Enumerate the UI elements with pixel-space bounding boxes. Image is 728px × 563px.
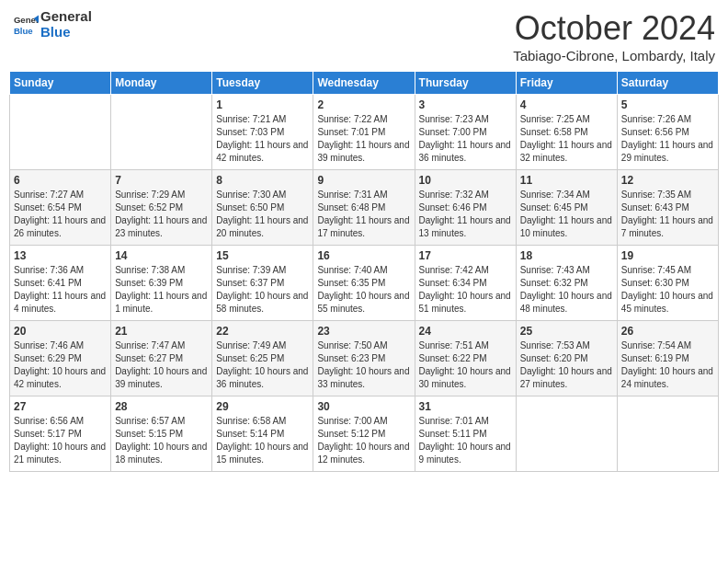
logo-general: General	[40, 8, 92, 24]
cell-w3-d5: 17Sunrise: 7:42 AM Sunset: 6:34 PM Dayli…	[415, 246, 516, 321]
day-number: 4	[520, 98, 613, 111]
cell-w5-d6	[516, 396, 617, 472]
day-number: 19	[621, 249, 714, 262]
day-info: Sunrise: 7:45 AM Sunset: 6:30 PM Dayligh…	[621, 264, 714, 316]
day-info: Sunrise: 7:25 AM Sunset: 6:58 PM Dayligh…	[520, 113, 613, 165]
cell-w2-d6: 11Sunrise: 7:34 AM Sunset: 6:45 PM Dayli…	[516, 170, 617, 246]
cell-w5-d3: 29Sunrise: 6:58 AM Sunset: 5:14 PM Dayli…	[212, 396, 313, 472]
cell-w3-d6: 18Sunrise: 7:43 AM Sunset: 6:32 PM Dayli…	[516, 246, 617, 321]
header: General Blue General Blue October 2024 T…	[9, 9, 719, 63]
week-row-5: 27Sunrise: 6:56 AM Sunset: 5:17 PM Dayli…	[10, 396, 719, 472]
day-number: 10	[419, 174, 512, 187]
day-info: Sunrise: 7:30 AM Sunset: 6:50 PM Dayligh…	[216, 189, 309, 240]
location-title: Tabiago-Cibrone, Lombardy, Italy	[513, 48, 715, 63]
day-info: Sunrise: 7:49 AM Sunset: 6:25 PM Dayligh…	[216, 339, 309, 391]
cell-w2-d4: 9Sunrise: 7:31 AM Sunset: 6:48 PM Daylig…	[313, 170, 415, 246]
cell-w5-d4: 30Sunrise: 7:00 AM Sunset: 5:12 PM Dayli…	[313, 396, 415, 472]
day-number: 13	[14, 249, 107, 262]
day-number: 7	[115, 174, 208, 187]
cell-w3-d7: 19Sunrise: 7:45 AM Sunset: 6:30 PM Dayli…	[617, 246, 718, 321]
day-number: 6	[14, 174, 107, 187]
day-number: 24	[419, 325, 512, 338]
day-info: Sunrise: 7:29 AM Sunset: 6:52 PM Dayligh…	[115, 189, 208, 240]
day-number: 29	[216, 400, 309, 413]
logo-icon: General Blue	[13, 12, 39, 38]
col-monday: Monday	[111, 72, 212, 95]
cell-w5-d1: 27Sunrise: 6:56 AM Sunset: 5:17 PM Dayli…	[10, 396, 111, 472]
logo: General Blue General Blue	[13, 9, 92, 40]
day-number: 23	[317, 325, 410, 338]
cell-w4-d4: 23Sunrise: 7:50 AM Sunset: 6:23 PM Dayli…	[313, 321, 415, 396]
cell-w1-d5: 3Sunrise: 7:23 AM Sunset: 7:00 PM Daylig…	[415, 95, 516, 170]
day-number: 26	[621, 325, 714, 338]
day-info: Sunrise: 6:56 AM Sunset: 5:17 PM Dayligh…	[14, 415, 107, 466]
cell-w4-d7: 26Sunrise: 7:54 AM Sunset: 6:19 PM Dayli…	[617, 321, 718, 396]
day-info: Sunrise: 6:57 AM Sunset: 5:15 PM Dayligh…	[115, 415, 208, 466]
day-number: 12	[621, 174, 714, 187]
day-info: Sunrise: 7:39 AM Sunset: 6:37 PM Dayligh…	[216, 264, 309, 316]
day-number: 31	[419, 400, 512, 413]
week-row-3: 13Sunrise: 7:36 AM Sunset: 6:41 PM Dayli…	[10, 246, 719, 321]
col-tuesday: Tuesday	[212, 72, 313, 95]
header-row: Sunday Monday Tuesday Wednesday Thursday…	[10, 72, 719, 95]
day-info: Sunrise: 7:01 AM Sunset: 5:11 PM Dayligh…	[419, 415, 512, 466]
cell-w3-d4: 16Sunrise: 7:40 AM Sunset: 6:35 PM Dayli…	[313, 246, 415, 321]
day-info: Sunrise: 7:34 AM Sunset: 6:45 PM Dayligh…	[520, 189, 613, 240]
day-info: Sunrise: 7:31 AM Sunset: 6:48 PM Dayligh…	[317, 189, 410, 240]
day-info: Sunrise: 7:50 AM Sunset: 6:23 PM Dayligh…	[317, 339, 410, 391]
day-info: Sunrise: 7:00 AM Sunset: 5:12 PM Dayligh…	[317, 415, 410, 466]
week-row-4: 20Sunrise: 7:46 AM Sunset: 6:29 PM Dayli…	[10, 321, 719, 396]
week-row-1: 1Sunrise: 7:21 AM Sunset: 7:03 PM Daylig…	[10, 95, 719, 170]
day-info: Sunrise: 7:47 AM Sunset: 6:27 PM Dayligh…	[115, 339, 208, 391]
day-number: 28	[115, 400, 208, 413]
day-info: Sunrise: 7:46 AM Sunset: 6:29 PM Dayligh…	[14, 339, 107, 391]
cell-w1-d4: 2Sunrise: 7:22 AM Sunset: 7:01 PM Daylig…	[313, 95, 415, 170]
col-thursday: Thursday	[415, 72, 516, 95]
day-number: 18	[520, 249, 613, 262]
day-info: Sunrise: 7:23 AM Sunset: 7:00 PM Dayligh…	[419, 113, 512, 165]
calendar-table: Sunday Monday Tuesday Wednesday Thursday…	[9, 71, 719, 472]
day-number: 5	[621, 98, 714, 111]
col-friday: Friday	[516, 72, 617, 95]
cell-w2-d3: 8Sunrise: 7:30 AM Sunset: 6:50 PM Daylig…	[212, 170, 313, 246]
week-row-2: 6Sunrise: 7:27 AM Sunset: 6:54 PM Daylig…	[10, 170, 719, 246]
day-info: Sunrise: 7:38 AM Sunset: 6:39 PM Dayligh…	[115, 264, 208, 316]
day-number: 1	[216, 98, 309, 111]
day-number: 20	[14, 325, 107, 338]
col-sunday: Sunday	[10, 72, 111, 95]
day-number: 2	[317, 98, 410, 111]
day-info: Sunrise: 6:58 AM Sunset: 5:14 PM Dayligh…	[216, 415, 309, 466]
day-info: Sunrise: 7:53 AM Sunset: 6:20 PM Dayligh…	[520, 339, 613, 391]
day-info: Sunrise: 7:42 AM Sunset: 6:34 PM Dayligh…	[419, 264, 512, 316]
cell-w1-d2	[111, 95, 212, 170]
day-info: Sunrise: 7:26 AM Sunset: 6:56 PM Dayligh…	[621, 113, 714, 165]
day-number: 14	[115, 249, 208, 262]
day-info: Sunrise: 7:36 AM Sunset: 6:41 PM Dayligh…	[14, 264, 107, 316]
day-number: 15	[216, 249, 309, 262]
day-info: Sunrise: 7:43 AM Sunset: 6:32 PM Dayligh…	[520, 264, 613, 316]
day-info: Sunrise: 7:21 AM Sunset: 7:03 PM Dayligh…	[216, 113, 309, 165]
cell-w3-d2: 14Sunrise: 7:38 AM Sunset: 6:39 PM Dayli…	[111, 246, 212, 321]
day-info: Sunrise: 7:35 AM Sunset: 6:43 PM Dayligh…	[621, 189, 714, 240]
cell-w4-d1: 20Sunrise: 7:46 AM Sunset: 6:29 PM Dayli…	[10, 321, 111, 396]
cell-w2-d1: 6Sunrise: 7:27 AM Sunset: 6:54 PM Daylig…	[10, 170, 111, 246]
day-info: Sunrise: 7:22 AM Sunset: 7:01 PM Dayligh…	[317, 113, 410, 165]
cell-w1-d6: 4Sunrise: 7:25 AM Sunset: 6:58 PM Daylig…	[516, 95, 617, 170]
col-saturday: Saturday	[617, 72, 718, 95]
day-number: 9	[317, 174, 410, 187]
logo-blue: Blue	[40, 24, 71, 40]
cell-w1-d1	[10, 95, 111, 170]
day-number: 17	[419, 249, 512, 262]
cell-w3-d3: 15Sunrise: 7:39 AM Sunset: 6:37 PM Dayli…	[212, 246, 313, 321]
day-info: Sunrise: 7:40 AM Sunset: 6:35 PM Dayligh…	[317, 264, 410, 316]
day-info: Sunrise: 7:27 AM Sunset: 6:54 PM Dayligh…	[14, 189, 107, 240]
cell-w4-d6: 25Sunrise: 7:53 AM Sunset: 6:20 PM Dayli…	[516, 321, 617, 396]
day-number: 25	[520, 325, 613, 338]
cell-w5-d5: 31Sunrise: 7:01 AM Sunset: 5:11 PM Dayli…	[415, 396, 516, 472]
day-number: 8	[216, 174, 309, 187]
cell-w4-d2: 21Sunrise: 7:47 AM Sunset: 6:27 PM Dayli…	[111, 321, 212, 396]
svg-text:General: General	[14, 15, 39, 25]
cell-w5-d2: 28Sunrise: 6:57 AM Sunset: 5:15 PM Dayli…	[111, 396, 212, 472]
cell-w3-d1: 13Sunrise: 7:36 AM Sunset: 6:41 PM Dayli…	[10, 246, 111, 321]
month-title: October 2024	[513, 9, 715, 48]
